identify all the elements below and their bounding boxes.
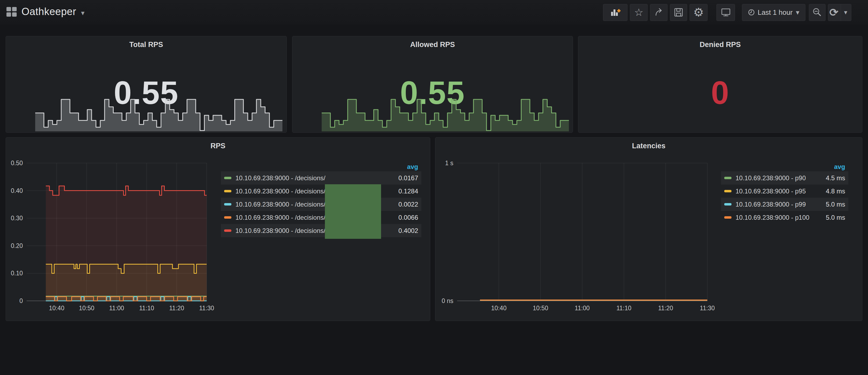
panel-title[interactable]: Allowed RPS: [292, 40, 573, 49]
x-axis-tick-label: 11:00: [104, 305, 129, 312]
sparkline: [35, 96, 282, 131]
chevron-down-icon: ▾: [81, 9, 85, 17]
series-color-swatch[interactable]: [724, 190, 732, 192]
rps-plot-area[interactable]: [27, 163, 207, 301]
toolbar: ☆ ⚙ Last 1 hour ▾: [603, 4, 851, 21]
legend-avg-value: 0.0066: [399, 214, 418, 221]
legend-series-label[interactable]: 10.10.69.238:9000 - /decisions/: [236, 201, 326, 208]
legend-series-label[interactable]: 10.10.69.238:9000 - p95: [736, 187, 806, 195]
x-axis-tick-label: 11:10: [135, 305, 159, 312]
x-axis-tick-label: 11:10: [612, 305, 636, 312]
legend-row: 10.10.69.238:9000 - p904.5 ms: [721, 171, 848, 185]
star-icon: ☆: [634, 7, 643, 18]
legend-avg-value: 5.0 ms: [826, 201, 845, 208]
page-title[interactable]: Oathkeeper: [22, 6, 76, 18]
x-axis-tick-label: 10:40: [44, 305, 69, 312]
legend-series-label[interactable]: 10.10.69.238:9000 - p100: [736, 214, 809, 221]
monitor-icon: [721, 7, 731, 17]
zoom-out-icon: [812, 7, 822, 17]
y-axis-tick-label: 1 s: [435, 160, 453, 167]
legend-avg-value: 4.5 ms: [826, 174, 845, 182]
stat-value: 0: [578, 76, 862, 109]
series-color-swatch[interactable]: [724, 216, 732, 219]
y-axis-tick-label: 0.30: [6, 215, 23, 222]
panel-title[interactable]: Denied RPS: [578, 40, 862, 49]
x-axis: 10:4010:5011:0011:1011:2011:30: [27, 305, 207, 313]
legend-avg-value: 0.0022: [399, 201, 418, 208]
legend-series-label[interactable]: 10.10.69.238:9000 - /decisions/: [236, 227, 326, 235]
legend-avg-header[interactable]: avg: [221, 162, 422, 171]
y-axis-tick-label: 0.40: [6, 187, 23, 194]
series-color-swatch[interactable]: [724, 177, 732, 179]
series-color-swatch[interactable]: [224, 229, 231, 232]
legend-avg-value: 0.0167: [399, 174, 418, 182]
x-axis-tick-label: 10:50: [528, 305, 553, 312]
legend-series-label[interactable]: 10.10.69.238:9000 - p90: [736, 174, 806, 182]
legend-row: 10.10.69.238:9000 - /decisions/0.4002: [221, 224, 422, 237]
tv-mode-button[interactable]: [716, 4, 735, 21]
add-panel-icon: [610, 7, 621, 18]
panel-title[interactable]: Latencies: [435, 142, 862, 150]
gear-icon: ⚙: [693, 6, 704, 18]
refresh-button[interactable]: ⟳ ▾: [828, 4, 851, 21]
legend-series-label[interactable]: 10.10.69.238:9000 - /decisions/: [236, 214, 326, 221]
legend: avg 10.10.69.238:9000 - /decisions/0.016…: [221, 162, 422, 237]
series-color-swatch[interactable]: [224, 190, 231, 192]
x-axis-tick-label: 11:20: [164, 305, 189, 312]
clock-icon: [748, 9, 755, 16]
dashboard-title-dropdown[interactable]: Oathkeeper ▾: [6, 6, 85, 18]
share-button[interactable]: [650, 4, 668, 21]
legend-row: 10.10.69.238:9000 - /decisions/0.0022: [221, 198, 422, 211]
legend-avg-value: 0.1284: [399, 187, 418, 195]
time-range-label: Last 1 hour: [757, 8, 793, 17]
series-color-swatch[interactable]: [224, 177, 231, 179]
panel-title[interactable]: Total RPS: [6, 40, 286, 49]
settings-button[interactable]: ⚙: [689, 4, 708, 21]
x-axis: 10:4010:5011:0011:1011:2011:30: [457, 305, 707, 313]
x-axis-tick-label: 10:40: [487, 305, 511, 312]
legend-avg-header[interactable]: avg: [721, 162, 848, 171]
zoom-out-button[interactable]: [809, 4, 826, 21]
refresh-interval-dropdown[interactable]: ▾: [841, 4, 850, 21]
x-axis-tick-label: 11:20: [654, 305, 678, 312]
stat-panel: Denied RPS 0: [578, 36, 862, 133]
panel-rps-chart: RPS 00.100.200.300.400.50 10:4010:5011:0…: [6, 137, 430, 321]
latencies-plot-area[interactable]: [457, 163, 707, 301]
share-icon: [654, 7, 664, 17]
dashboard-grid-icon: [6, 7, 17, 17]
y-axis-tick-label: 0: [6, 298, 23, 305]
save-icon: [674, 7, 683, 17]
x-axis-tick-label: 11:00: [570, 305, 594, 312]
y-axis-tick-label: 0.20: [6, 242, 23, 250]
y-axis: 00.100.200.300.400.50: [6, 163, 23, 301]
x-axis-tick-label: 11:30: [695, 305, 719, 312]
series-color-swatch[interactable]: [724, 203, 732, 206]
x-axis-tick-label: 11:30: [194, 305, 219, 312]
x-axis-tick-label: 10:50: [74, 305, 99, 312]
legend-row: 10.10.69.238:9000 - /decisions/0.0066: [221, 211, 422, 224]
series-color-swatch[interactable]: [224, 203, 231, 206]
legend-row: 10.10.69.238:9000 - /decisions/0.1284: [221, 185, 422, 198]
navbar: Oathkeeper ▾ ☆ ⚙: [0, 0, 868, 25]
legend-series-label[interactable]: 10.10.69.238:9000 - /decisions/: [236, 187, 326, 195]
legend-series-label[interactable]: 10.10.69.238:9000 - /decisions/: [236, 174, 326, 182]
stat-panel: Total RPS 0.55: [6, 36, 287, 133]
time-range-picker[interactable]: Last 1 hour ▾: [742, 4, 805, 21]
sparkline: [322, 96, 569, 131]
chevron-down-icon: ▾: [796, 9, 800, 16]
legend-row: 10.10.69.238:9000 - /decisions/0.0167: [221, 171, 422, 185]
legend-series-label[interactable]: 10.10.69.238:9000 - p99: [736, 201, 806, 208]
y-axis-tick-label: 0 ns: [435, 298, 453, 305]
refresh-icon: ⟳: [829, 7, 838, 18]
star-button[interactable]: ☆: [630, 4, 648, 21]
panel-title[interactable]: RPS: [6, 142, 430, 150]
legend-row: 10.10.69.238:9000 - p1005.0 ms: [721, 211, 848, 224]
legend-avg-value: 5.0 ms: [826, 214, 845, 221]
y-axis: 0 ns1 s: [435, 163, 453, 301]
save-button[interactable]: [670, 4, 687, 21]
add-panel-button[interactable]: [603, 4, 627, 21]
series-color-swatch[interactable]: [224, 216, 231, 219]
green-overlay-box: [325, 184, 381, 239]
legend-row: 10.10.69.238:9000 - p954.8 ms: [721, 185, 848, 198]
panel-latencies-chart: Latencies 0 ns1 s 10:4010:5011:0011:1011…: [435, 137, 862, 321]
